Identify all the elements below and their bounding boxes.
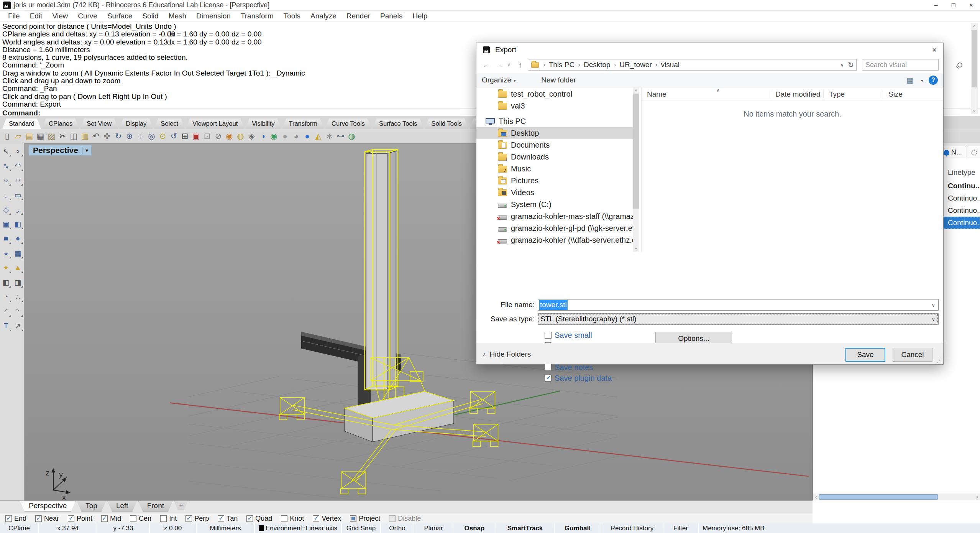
ellipse-icon[interactable]: ◌ [12, 174, 23, 186]
menu-item[interactable]: Mesh [164, 12, 191, 20]
material-sphere-icon[interactable]: ● [279, 130, 291, 142]
tree-item-music[interactable]: Music [476, 163, 633, 175]
breadcrumb-segment[interactable]: ›UR_tower [611, 61, 652, 69]
blend-icon[interactable]: ◝ [12, 306, 23, 317]
tree-item-network[interactable]: Network [476, 250, 633, 252]
tree-scrollbar[interactable]: ˄ ˅ [633, 87, 639, 252]
toolbar-tab[interactable]: Surface Tools [373, 118, 424, 129]
scroll-down-icon[interactable]: ˅ [971, 108, 978, 114]
toolbar-tab[interactable]: Transform [282, 118, 324, 129]
status-cell[interactable]: y -7.33 [97, 523, 149, 533]
column-header[interactable]: Name [642, 90, 770, 99]
toolbar-tab[interactable]: Visibility [245, 118, 281, 129]
scroll-thumb[interactable] [972, 30, 977, 87]
edit-notes-icon[interactable]: ▨ [46, 130, 57, 142]
address-dropdown-icon[interactable]: ∨ [840, 62, 844, 68]
toolbar-tab[interactable]: Set View [80, 118, 118, 129]
scroll-down-icon[interactable]: ˅ [633, 246, 639, 252]
viewport-title-menu[interactable]: Perspective ▾ [29, 145, 92, 156]
tower-column[interactable] [366, 151, 396, 389]
viewport-tab[interactable]: Top [77, 501, 106, 512]
split-icon[interactable]: ◨ [12, 276, 23, 288]
column-header[interactable]: Type [824, 90, 883, 99]
osnap-toggle[interactable]: Tan [218, 515, 238, 523]
boolean-icon[interactable]: ◔ [0, 291, 11, 303]
toolbar-tab[interactable]: Solid Tools [425, 118, 469, 129]
view-mode-caret-icon[interactable]: ▾ [921, 78, 923, 83]
freeform-curve-icon[interactable]: ◟ [0, 189, 11, 201]
scale-icon[interactable]: ↗ [12, 320, 23, 332]
resize-grip[interactable]: ⋰ [937, 357, 942, 364]
view-mode-icon[interactable]: ▤ [906, 76, 913, 85]
search-input[interactable] [862, 61, 957, 69]
menu-item[interactable]: Panels [375, 12, 407, 20]
earth-icon[interactable]: ◍ [346, 130, 357, 142]
add-viewport-tab[interactable]: + [174, 501, 188, 510]
cut-icon[interactable]: ✂ [57, 130, 68, 142]
tree-item-mas-staff[interactable]: gramazio-kohler-mas-staff (\\gramazio-ko… [476, 211, 633, 222]
scroll-up-icon[interactable]: ˄ [971, 23, 978, 29]
settings-gear-icon[interactable]: ∗ [324, 130, 335, 142]
refresh-icon[interactable]: ↻ [848, 61, 854, 69]
tree-item-val3[interactable]: val3 [476, 100, 633, 112]
scroll-up-icon[interactable]: ˄ [633, 87, 639, 94]
undo-view-icon[interactable]: ↺ [168, 130, 179, 142]
osnap-toggle[interactable]: Point [68, 515, 92, 523]
column-header[interactable]: Size [883, 90, 929, 99]
sphere-icon[interactable]: ● [12, 233, 23, 244]
gumball-icon[interactable]: ◉ [224, 130, 235, 142]
color-wheel-icon[interactable]: ◉ [268, 130, 279, 142]
status-cell[interactable]: z 0.00 [150, 523, 196, 533]
osnap-toggle[interactable]: Perp [185, 515, 209, 523]
osnap-toggle[interactable]: Mid [101, 515, 121, 523]
menu-item[interactable]: Dimension [191, 12, 236, 20]
extract-icon[interactable]: ▲ [12, 262, 23, 273]
menu-item[interactable]: Edit [25, 12, 48, 20]
save-button[interactable]: Save [845, 348, 885, 362]
viewport-menu-caret-icon[interactable]: ▾ [82, 147, 91, 154]
cylinder-icon[interactable]: ◒ [0, 247, 11, 259]
toolbar-tab[interactable]: Display [119, 118, 153, 129]
scroll-right-icon[interactable]: › [974, 494, 980, 500]
sun-icon[interactable]: ◭ [313, 130, 324, 142]
history-icon[interactable]: ⊶ [335, 130, 346, 142]
pan-icon[interactable]: ✜ [102, 130, 113, 142]
dialog-close-button[interactable]: × [926, 43, 943, 57]
zoom-selected-icon[interactable]: ◎ [146, 130, 157, 142]
menu-item[interactable]: View [47, 12, 73, 20]
status-cell[interactable]: x 37.94 [39, 523, 97, 533]
display-mode-icon[interactable]: ▣ [190, 130, 202, 142]
help-icon[interactable]: ? [929, 76, 938, 85]
command-scrollbar[interactable]: ˄ ˅ [971, 23, 978, 114]
curve-icon[interactable]: ∿ [0, 160, 11, 171]
breadcrumb-segment[interactable]: ›visual [652, 61, 680, 69]
new-folder-button[interactable]: New folder [541, 76, 576, 84]
breadcrumb-segment[interactable]: ›This PC [540, 61, 575, 69]
status-cell[interactable]: CPlane [0, 523, 38, 533]
osnap-toggle[interactable]: Quad [246, 515, 272, 523]
circle-icon[interactable]: ○ [0, 174, 11, 186]
undo-icon[interactable]: ↶ [90, 130, 102, 142]
back-icon[interactable]: ← [481, 61, 492, 69]
linetype-column-header[interactable]: Linetype [948, 168, 975, 177]
toolbar-tab[interactable]: Viewport Layout [186, 118, 244, 129]
copy-icon[interactable]: ◫ [68, 130, 79, 142]
text-icon[interactable]: T [0, 320, 11, 332]
scroll-left-icon[interactable]: ‹ [813, 494, 819, 500]
scroll-thumb[interactable] [633, 94, 639, 209]
osnap-toggle[interactable]: Knot [281, 515, 304, 523]
fillet-corner-icon[interactable]: ◞ [12, 204, 23, 215]
save-icon[interactable]: ▤ [24, 130, 35, 142]
tree-item-pictures[interactable]: Pictures [476, 175, 633, 187]
zoom-lens-icon[interactable]: ⊙ [157, 130, 168, 142]
close-button[interactable]: × [962, 0, 980, 11]
arc-icon[interactable]: ◠ [12, 160, 23, 171]
menu-item[interactable]: Transform [236, 12, 279, 20]
lamp-icon[interactable]: ◍ [235, 130, 246, 142]
polygon-icon[interactable]: ◇ [0, 204, 11, 215]
osnap-toggle[interactable]: Near [35, 515, 59, 523]
print-icon[interactable]: ▦ [35, 130, 46, 142]
menu-item[interactable]: Tools [279, 12, 305, 20]
status-cell[interactable]: Environment::Linear axis [255, 523, 341, 533]
tree-item-downloads[interactable]: Downloads [476, 151, 633, 163]
